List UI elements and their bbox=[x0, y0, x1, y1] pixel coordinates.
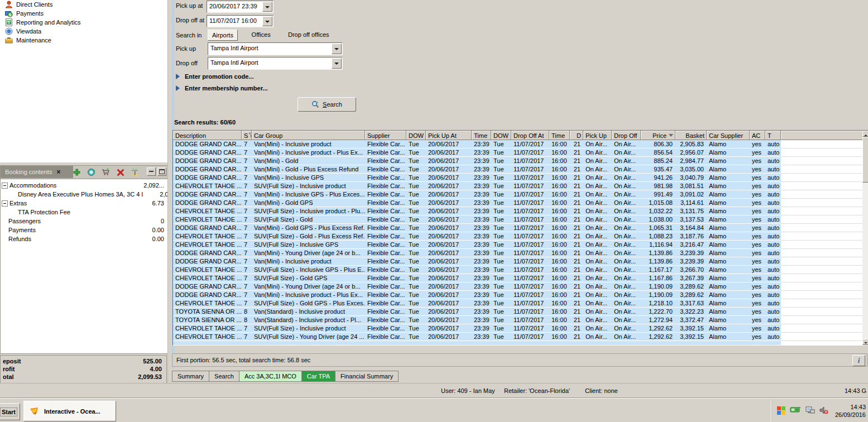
tab-acc-3a-3c-1i-mco[interactable]: Acc 3A,3C,1I MCO bbox=[239, 371, 302, 382]
chevron-down-icon[interactable] bbox=[262, 16, 272, 26]
column-header-dow[interactable]: DOW bbox=[491, 131, 511, 140]
table-row[interactable]: CHEVROLET TAHOE ...7SUV(Full Size) - Inc… bbox=[173, 207, 862, 215]
tab-summary[interactable]: Summary bbox=[172, 371, 209, 382]
table-row[interactable]: DODGE GRAND CAR...7Van(Mini) - Inclusive… bbox=[173, 291, 862, 299]
nav-item-direct-clients[interactable]: Direct Clients bbox=[0, 0, 167, 9]
column-header-ac[interactable]: AC bbox=[750, 131, 765, 140]
booking-row[interactable]: Extras6.73 bbox=[1, 199, 168, 208]
chevron-down-icon[interactable] bbox=[332, 58, 342, 69]
search-in-tab-airports[interactable]: Airports bbox=[208, 30, 238, 41]
promotion-code-expander[interactable]: Enter promotion code... bbox=[176, 73, 253, 80]
availability-icon[interactable] bbox=[87, 167, 96, 177]
tray-network-icon[interactable] bbox=[805, 406, 815, 416]
pickup-at-combo[interactable]: 20/06/2017 23:39 bbox=[207, 1, 274, 13]
maximize-icon[interactable] bbox=[157, 167, 166, 176]
collapse-icon[interactable] bbox=[2, 200, 8, 207]
search-in-tab-drop-off-offices[interactable]: Drop off offices bbox=[284, 30, 333, 40]
dropoff-at-combo[interactable]: 11/07/2017 16:00 bbox=[207, 15, 274, 27]
table-row[interactable]: TOYOTA SIENNA OR ...8Van(Standard) - Inc… bbox=[173, 308, 862, 316]
tab-car-tpa[interactable]: Car TPA bbox=[302, 371, 335, 382]
holiday-icon[interactable] bbox=[130, 167, 140, 177]
table-row[interactable]: DODGE GRAND CAR...7Van(Mini) - Inclusive… bbox=[173, 148, 862, 157]
dropoff-combo[interactable]: Tampa Intl Airport bbox=[208, 57, 343, 70]
scroll-up-icon[interactable] bbox=[862, 131, 868, 137]
column-header-basket[interactable]: Basket bbox=[675, 131, 707, 140]
table-row[interactable]: DODGE GRAND CAR...7Van(Mini) - Gold GPSF… bbox=[173, 199, 862, 207]
chevron-down-icon[interactable] bbox=[332, 44, 342, 54]
table-row[interactable]: DODGE GRAND CAR...7Van(Mini) - Inclusive… bbox=[173, 257, 862, 266]
add-icon[interactable] bbox=[72, 167, 81, 177]
column-header-time[interactable]: Time bbox=[472, 131, 491, 140]
column-header-pick-up[interactable]: Pick Up bbox=[583, 131, 612, 140]
column-header-pick-up-at[interactable]: Pick Up At bbox=[426, 131, 472, 140]
info-icon[interactable]: i bbox=[852, 355, 865, 366]
table-row[interactable]: DODGE GRAND CAR...7Van(Mini) - Inclusive… bbox=[173, 190, 862, 199]
column-header-dow[interactable]: DOW bbox=[406, 131, 426, 140]
booking-row[interactable]: TTA Protection Fee6.73 bbox=[1, 208, 184, 217]
booking-row[interactable]: Disney Area Executive Plus Homes 3A, 3C … bbox=[1, 190, 184, 199]
table-row[interactable]: DODGE GRAND CAR...7Van(Mini) - Young Dri… bbox=[173, 282, 862, 291]
column-header-drop-off[interactable]: Drop Off bbox=[612, 131, 641, 140]
column-header-description[interactable]: Description bbox=[173, 131, 242, 140]
minimize-icon[interactable] bbox=[147, 167, 156, 176]
nav-item-viewdata[interactable]: Viewdata bbox=[0, 27, 167, 36]
column-header-car-supplier[interactable]: Car Supplier bbox=[707, 131, 750, 140]
table-row[interactable]: CHEVROLET TAHOE ...7SUV(Full Size) - Inc… bbox=[173, 266, 862, 274]
column-header-drop-off-at[interactable]: Drop Off At bbox=[511, 131, 549, 140]
pickup-combo[interactable]: Tampa Intl Airport bbox=[208, 42, 343, 55]
column-header-supplier[interactable]: Supplier bbox=[365, 131, 406, 140]
table-row[interactable]: CHEVROLET TAHOE ...7SUV(Full Size) - Gol… bbox=[173, 232, 862, 241]
tray-grid-icon[interactable] bbox=[776, 406, 786, 416]
membership-number-expander[interactable]: Enter membership number... bbox=[176, 85, 268, 92]
column-header-price[interactable]: Price bbox=[641, 131, 675, 140]
start-button[interactable]: Start bbox=[0, 403, 20, 420]
nav-item-maintenance[interactable]: Maintenance bbox=[0, 36, 167, 45]
vertical-scrollbar[interactable] bbox=[862, 131, 868, 345]
booking-contents-tab[interactable]: Booking contents × bbox=[1, 166, 73, 178]
table-row[interactable]: DODGE GRAND CAR...7Van(Mini) - Gold - Pl… bbox=[173, 165, 862, 174]
table-row[interactable]: CHEVROLET TAHOE ...7SUV(Full Size) - Inc… bbox=[173, 182, 862, 190]
table-row[interactable]: DODGE GRAND CAR...7Van(Mini) - Gold GPS … bbox=[173, 224, 862, 232]
delete-icon[interactable] bbox=[116, 167, 125, 177]
close-icon[interactable]: × bbox=[56, 168, 60, 176]
search-in-tab-offices[interactable]: Offices bbox=[248, 30, 275, 40]
tab-search[interactable]: Search bbox=[209, 371, 239, 382]
column-header-d[interactable]: D bbox=[570, 131, 583, 140]
booking-row[interactable]: Refunds0.00 bbox=[1, 234, 168, 243]
column-header-time[interactable]: Time bbox=[549, 131, 570, 140]
column-header-s[interactable]: S bbox=[242, 131, 252, 140]
table-row[interactable]: CHEVROLET TAHOE ...7SUV(Full Size) - Gol… bbox=[173, 299, 862, 308]
column-header-t[interactable]: T bbox=[765, 131, 781, 140]
column-header-label: Car Group bbox=[254, 132, 282, 139]
table-row[interactable]: TOYOTA SIENNA OR ...8Van(Standard) - Inc… bbox=[173, 316, 862, 324]
basket-icon[interactable] bbox=[101, 167, 111, 177]
table-cell: 23:39 bbox=[472, 190, 491, 199]
table-row[interactable] bbox=[173, 341, 862, 345]
tray-card-icon[interactable] bbox=[790, 406, 801, 416]
table-row[interactable]: CHEVROLET TAHOE ...7SUV(Full Size) - Gol… bbox=[173, 274, 862, 282]
booking-row[interactable]: Accommodations2,092... bbox=[1, 181, 168, 190]
booking-row[interactable]: Payments0.00 bbox=[1, 226, 168, 234]
table-row[interactable]: DODGE GRAND CAR...7Van(Mini) - GoldFlexi… bbox=[173, 157, 862, 165]
nav-item-payments[interactable]: $Payments bbox=[0, 9, 167, 18]
table-row[interactable]: DODGE GRAND CAR...7Van(Mini) - Inclusive… bbox=[173, 174, 862, 182]
table-row[interactable]: CHEVROLET TAHOE ...7SUV(Full Size) - Inc… bbox=[173, 241, 862, 249]
table-row[interactable]: DODGE GRAND CAR...7Van(Mini) - Inclusive… bbox=[173, 140, 862, 148]
chevron-down-icon[interactable] bbox=[262, 2, 272, 12]
scrollbar-thumb[interactable] bbox=[862, 137, 868, 183]
nav-item-reporting-and-analytics[interactable]: Reporting and Analytics bbox=[0, 18, 167, 27]
booking-row[interactable]: Passengers0 bbox=[1, 217, 168, 226]
tray-volume-muted-icon[interactable] bbox=[819, 406, 829, 416]
table-row[interactable]: CHEVROLET TAHOE ...7SUV(Full Size) - You… bbox=[173, 333, 862, 341]
table-row[interactable]: CHEVROLET TAHOE ...7SUV(Full Size) - Gol… bbox=[173, 215, 862, 224]
collapse-icon[interactable] bbox=[2, 183, 8, 189]
table-cell: Tue bbox=[491, 157, 511, 165]
table-row[interactable]: CHEVROLET TAHOE ...7SUV(Full Size) - Inc… bbox=[173, 324, 862, 333]
app-icon bbox=[28, 406, 40, 417]
search-button[interactable]: Search bbox=[298, 97, 356, 112]
column-header-car-group[interactable]: Car Group bbox=[252, 131, 365, 140]
taskbar-app-button[interactable]: Interactive - Ocea... bbox=[23, 401, 116, 421]
tab-financial-summary[interactable]: Financial Summary bbox=[335, 371, 399, 382]
table-row[interactable]: DODGE GRAND CAR...7Van(Mini) - Young Dri… bbox=[173, 249, 862, 257]
scroll-down-icon[interactable] bbox=[862, 339, 868, 345]
